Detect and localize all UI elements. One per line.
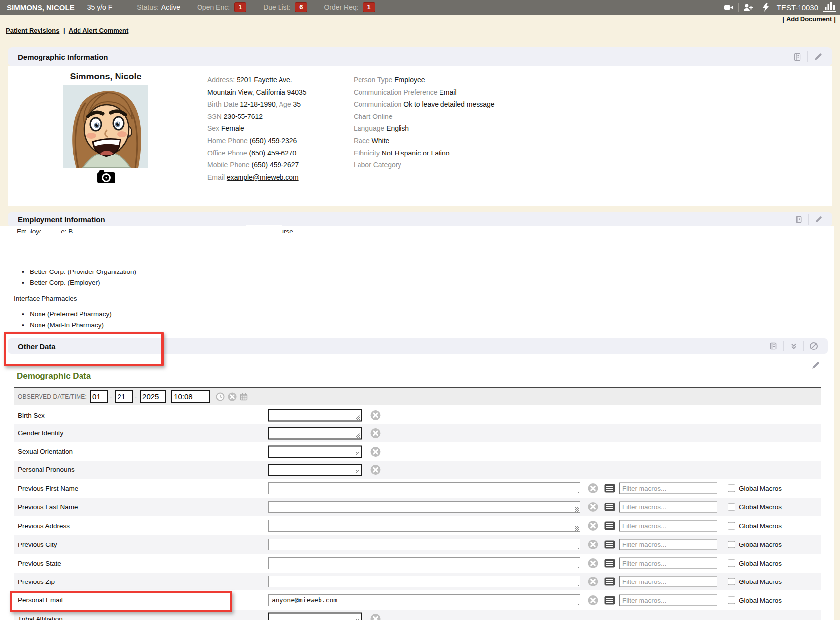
global-macros-checkbox[interactable] — [728, 560, 735, 567]
macro-list-icon[interactable] — [604, 596, 615, 605]
pipe-separator: | — [780, 15, 786, 23]
lightning-icon[interactable] — [762, 3, 769, 12]
demographics-column-1: Address: 5201 Fayette Ave. Mountain View… — [207, 74, 351, 183]
demographics-column-2: Person Type Employee Communication Prefe… — [354, 74, 531, 171]
redaction-patch — [73, 227, 110, 237]
age-label: , Age — [276, 100, 291, 108]
flowsheet-chart-icon[interactable] — [823, 2, 836, 12]
macro-list-icon[interactable] — [604, 577, 615, 586]
redaction-patch — [26, 227, 30, 237]
form-row-previous-first-name: Previous First NameGlobal Macros — [14, 479, 821, 498]
previous-state-textarea[interactable] — [268, 557, 580, 569]
address-label: Address: — [207, 76, 235, 84]
global-macros-label: Global Macros — [739, 522, 782, 530]
clear-field-icon[interactable] — [370, 446, 381, 457]
personal-email-textarea[interactable]: anyone@mieweb.com — [268, 594, 580, 606]
form-row-birth-sex: Birth Sex — [14, 406, 821, 424]
labor-category-label: Labor Category — [354, 161, 401, 169]
clear-field-icon[interactable] — [588, 540, 598, 550]
global-macros-checkbox[interactable] — [728, 504, 735, 511]
clear-field-icon[interactable] — [370, 465, 381, 475]
clear-field-icon[interactable] — [588, 502, 598, 512]
patient-links-row: Patient Revisions | Add Alert Comment — [6, 27, 128, 34]
add-person-icon[interactable] — [743, 3, 753, 12]
previous-first-name-textarea[interactable] — [268, 482, 580, 494]
video-camera-icon[interactable] — [724, 3, 734, 12]
divider — [738, 3, 739, 12]
office-phone-label: Office Phone — [207, 149, 247, 157]
filter-macros-input[interactable] — [619, 558, 717, 569]
clear-field-icon[interactable] — [370, 428, 381, 438]
field-label: Tribal Affiliation — [18, 615, 63, 620]
macro-list-icon[interactable] — [604, 503, 615, 511]
patient-header-bar: SIMMONS, NICOLE 35 y/o F Status: Active … — [0, 0, 840, 15]
upload-photo-camera-icon[interactable] — [97, 170, 116, 185]
person-type-value: Employee — [394, 76, 425, 84]
birth-sex-input[interactable] — [268, 409, 362, 422]
form-row-previous-zip: Previous ZipGlobal Macros — [14, 573, 821, 590]
global-macros-checkbox[interactable] — [728, 596, 735, 604]
gender-identity-input[interactable] — [268, 427, 362, 439]
filter-macros-input[interactable] — [619, 502, 717, 513]
clear-field-icon[interactable] — [588, 595, 598, 605]
due-list-badge[interactable]: 6 — [295, 2, 307, 12]
birth-date-label: Birth Date — [207, 100, 238, 108]
field-label: Sexual Orientation — [18, 448, 73, 455]
chart-label: Chart — [354, 113, 370, 120]
macro-list-icon[interactable] — [604, 521, 615, 530]
ssn-value: 230-55-7612 — [224, 113, 263, 120]
chart-id: TEST-10030 — [777, 3, 818, 12]
email-link[interactable]: example@mieweb.com — [227, 173, 299, 181]
previous-zip-textarea[interactable] — [268, 576, 580, 587]
patient-photo[interactable] — [63, 85, 148, 168]
global-macros-checkbox[interactable] — [728, 485, 735, 492]
pipe-separator: | — [61, 27, 67, 34]
field-label: Previous Zip — [18, 578, 55, 585]
add-alert-comment-link[interactable]: Add Alert Comment — [69, 27, 129, 34]
previous-last-name-textarea[interactable] — [268, 501, 580, 513]
clear-field-icon[interactable] — [370, 410, 381, 421]
office-phone-link[interactable]: (650) 459-6270 — [249, 149, 297, 157]
filter-macros-input[interactable] — [619, 576, 717, 587]
sexual-orientation-input[interactable] — [268, 445, 362, 458]
order-req-badge[interactable]: 1 — [363, 2, 375, 12]
home-phone-link[interactable]: (650) 459-2326 — [250, 137, 297, 145]
language-label: Language — [354, 124, 384, 132]
macro-list-icon[interactable] — [604, 559, 615, 568]
race-label: Race — [354, 137, 370, 145]
form-row-previous-city: Previous CityGlobal Macros — [14, 535, 821, 554]
race-value: White — [372, 137, 390, 145]
pipe-separator: | — [832, 15, 838, 23]
macro-list-icon[interactable] — [604, 540, 615, 549]
clear-field-icon[interactable] — [588, 558, 598, 569]
tribal-affiliation-input[interactable] — [268, 613, 362, 620]
mobile-phone-link[interactable]: (650) 459-2627 — [252, 161, 299, 169]
macro-list-icon[interactable] — [604, 484, 615, 493]
redaction-patch — [246, 225, 282, 238]
filter-macros-input[interactable] — [619, 539, 717, 550]
filter-macros-input[interactable] — [619, 594, 717, 606]
address-value: 5201 Fayette Ave. — [237, 76, 292, 84]
open-enc-badge[interactable]: 1 — [234, 2, 246, 12]
patient-age-sex: 35 y/o F — [87, 3, 113, 11]
ssn-label: SSN — [207, 113, 222, 120]
previous-city-textarea[interactable] — [268, 539, 580, 550]
clear-field-icon[interactable] — [370, 614, 381, 620]
status-value: Active — [161, 3, 180, 11]
filter-macros-input[interactable] — [619, 483, 717, 494]
clear-field-icon[interactable] — [588, 577, 598, 587]
global-macros-label: Global Macros — [739, 504, 782, 511]
clear-field-icon[interactable] — [588, 521, 598, 531]
previous-address-textarea[interactable] — [268, 520, 580, 532]
global-macros-checkbox[interactable] — [728, 578, 735, 585]
global-macros-checkbox[interactable] — [728, 522, 735, 530]
sex-value: Female — [221, 124, 244, 132]
personal-pronouns-input[interactable] — [268, 464, 362, 476]
patient-display-name: Simmons, Nicole — [51, 72, 160, 82]
mobile-phone-label: Mobile Phone — [207, 161, 250, 169]
add-document-link[interactable]: Add Document — [786, 15, 832, 23]
patient-revisions-link[interactable]: Patient Revisions — [6, 27, 59, 34]
clear-field-icon[interactable] — [588, 483, 598, 494]
global-macros-checkbox[interactable] — [728, 541, 735, 548]
filter-macros-input[interactable] — [619, 520, 717, 532]
